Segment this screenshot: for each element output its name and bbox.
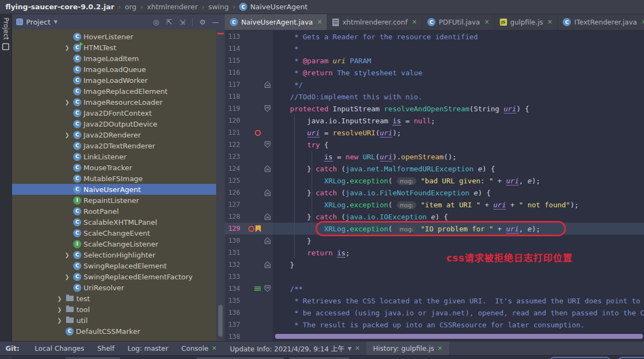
breadcrumb-item-org[interactable]: org <box>125 3 136 11</box>
fold-end-icon[interactable] <box>265 165 271 172</box>
bottom-tab-history[interactable]: History: gulpfile.js✕ <box>366 342 449 356</box>
tree-item-java2dtextrenderer[interactable]: CJava2DTextRenderer <box>12 140 216 151</box>
code-line-136: 136 * be accessed (using java.io or java… <box>225 307 644 319</box>
tab-close-icon[interactable]: ✕ <box>485 19 490 26</box>
tree-item-linklistener[interactable]: CLinkListener <box>12 151 216 162</box>
code-text: java.io.InputStream is = null; <box>273 117 644 125</box>
fold-end-icon[interactable] <box>265 261 271 268</box>
tab-NaiveUserAgent.java[interactable]: CNaiveUserAgent.java✕ <box>225 14 327 30</box>
fold-end-icon[interactable] <box>265 189 271 196</box>
breakpoint-icon[interactable] <box>248 226 254 232</box>
bottom-tab-shelf[interactable]: Shelf <box>91 342 121 356</box>
breakpoint-icon[interactable] <box>255 130 261 136</box>
hide-panel-icon[interactable]: — <box>211 17 220 27</box>
tree-item-scalechangeevent[interactable]: CScaleChangeEvent <box>12 228 216 238</box>
chevron-down-icon[interactable]: ▼ <box>53 19 57 25</box>
project-panel-title[interactable]: Project <box>26 18 50 26</box>
code-line-121: 121 uri = resolveURI(uri); <box>225 127 644 139</box>
tree-item-mousetracker[interactable]: CMouseTracker <box>12 162 216 173</box>
tree-item-imagereplacedelement[interactable]: CImageReplacedElement <box>12 86 216 97</box>
tab-close-icon[interactable]: ✕ <box>355 345 360 352</box>
fold-end-icon[interactable] <box>265 213 271 220</box>
tree-item-defaultcssmarker[interactable]: CDefaultCSSMarker <box>12 326 216 337</box>
fold-end-icon[interactable] <box>265 237 271 244</box>
fold-open-icon[interactable] <box>265 285 271 292</box>
fold-end-icon[interactable] <box>265 81 271 88</box>
settings-icon[interactable]: ⚙ <box>198 17 207 27</box>
tree-item-label: HTMLTest <box>84 44 116 52</box>
class-icon: C <box>230 18 238 26</box>
tree-item-scalechangelistener[interactable]: IScaleChangeListener <box>12 238 216 249</box>
line-number: 116 <box>225 69 240 76</box>
chevron-down-icon[interactable]: ▼ <box>348 346 351 351</box>
tree-item-tool[interactable]: ❯tool <box>12 304 216 315</box>
project-tool-window-icon[interactable] <box>2 43 9 50</box>
horizontal-scrollbar[interactable] <box>275 334 643 339</box>
fold-open-icon[interactable] <box>265 105 271 112</box>
tree-item-naiveuseragent[interactable]: CNaiveUserAgent <box>12 184 216 195</box>
breadcrumb-item-swing[interactable]: swing <box>208 3 229 11</box>
bottom-tab-update-info[interactable]: Update Info: 2021/4/29, 9:14 上午▼✕ <box>223 342 366 356</box>
tree-item-java2drenderer[interactable]: ❯CJava2DRenderer <box>12 129 216 140</box>
collapse-all-icon[interactable]: ⇲ <box>177 17 187 27</box>
fold-open-icon[interactable] <box>265 141 271 148</box>
project-tree-scrollbar[interactable] <box>216 29 225 341</box>
tree-item-repaintlistener[interactable]: IRepaintListener <box>12 195 216 206</box>
tree-item-swingreplacedelement[interactable]: CSwingReplacedElement <box>12 260 216 271</box>
tab-close-icon[interactable]: ✕ <box>641 19 644 26</box>
bottom-tab-console[interactable]: Console✕ <box>175 342 223 356</box>
tree-item-label: ImageResourceLoader <box>84 98 163 106</box>
breadcrumb-archive[interactable]: flying-saucer-core-9.0.2.jar <box>5 3 114 11</box>
tree-item-rootpanel[interactable]: CRootPanel <box>12 206 216 217</box>
tree-item-swingreplacedelementfactory[interactable]: ❯CSwingReplacedElementFactory <box>12 271 216 282</box>
tab-ITextRenderer.java[interactable]: CITextRenderer.java✕ <box>558 14 644 30</box>
expand-all-icon[interactable]: ⇱ <box>164 17 174 27</box>
tree-item-htmltest[interactable]: ❯CHTMLTest <box>12 42 216 53</box>
tree-item-selectionhighlighter[interactable]: ❯CSelectionHighlighter <box>12 249 216 260</box>
tree-item-imageloadqueue[interactable]: CImageLoadQueue <box>12 64 216 75</box>
locate-icon[interactable]: ◎ <box>151 17 161 27</box>
tab-gulpfile.js[interactable]: JSgulpfile.js✕ <box>495 14 558 30</box>
tree-item-imageresourceloader[interactable]: ❯CImageResourceLoader <box>12 97 216 107</box>
tree-item-uriresolver[interactable]: CUriResolver <box>12 282 216 293</box>
project-stripe-button[interactable]: Project <box>2 17 10 40</box>
tab-close-icon[interactable]: ✕ <box>437 345 442 352</box>
tree-item-mutablefsimage[interactable]: CMutableFSImage <box>12 173 216 184</box>
tree-item-hoverlistener[interactable]: CHoverListener <box>12 31 216 42</box>
tab-close-icon[interactable]: ✕ <box>412 19 417 26</box>
panel-button-peek[interactable] <box>618 357 644 359</box>
breadcrumb-item-xhtmlrenderer[interactable]: xhtmlrenderer <box>147 3 198 11</box>
chevron-right-icon[interactable]: ❯ <box>63 274 71 280</box>
tab-close-icon[interactable]: ✕ <box>317 19 322 26</box>
chevron-right-icon[interactable]: ❯ <box>56 296 63 302</box>
tree-item-scalablexhtmlpanel[interactable]: CScalableXHTMLPanel <box>12 217 216 228</box>
token-doc: * <box>273 69 303 77</box>
chevron-right-icon[interactable]: ❯ <box>63 45 71 51</box>
breadcrumb-item-class[interactable]: C NaiveUserAgent <box>239 3 307 11</box>
scrollbar-thumb[interactable] <box>218 305 223 337</box>
tree-item-imageloaditem[interactable]: CImageLoadItem <box>12 53 216 64</box>
tree-item-java2dfontcontext[interactable]: CJava2DFontContext <box>12 107 216 118</box>
tree-item-imageloadworker[interactable]: CImageLoadWorker <box>12 75 216 86</box>
token-plain: ( <box>375 153 380 161</box>
tab-close-icon[interactable]: ✕ <box>212 345 217 352</box>
tab-xhtmlrenderer.conf[interactable]: xhtmlrenderer.conf✕ <box>327 14 422 30</box>
folder-icon <box>66 296 74 301</box>
panel-button-peek[interactable] <box>550 357 610 359</box>
chevron-right-icon[interactable]: ❯ <box>63 99 71 105</box>
bottom-tab-log[interactable]: Log: master <box>121 342 175 356</box>
code-line-120: 120 java.io.InputStream is = null; <box>225 115 644 127</box>
chevron-right-icon[interactable]: ❯ <box>63 252 71 258</box>
tree-item-test[interactable]: ❯test <box>12 293 216 304</box>
tab-close-icon[interactable]: ✕ <box>547 19 552 26</box>
tree-item-java2doutputdevice[interactable]: CJava2DOutputDevice <box>12 118 216 129</box>
chevron-right-icon[interactable]: ❯ <box>56 307 63 313</box>
tree-item-util[interactable]: ❯util <box>12 315 216 326</box>
chevron-right-icon[interactable]: ❯ <box>63 132 71 138</box>
code-editor[interactable]: 113 * Gets a Reader for the resource ide… <box>225 31 644 341</box>
chevron-right-icon[interactable]: ❯ <box>56 318 63 324</box>
bottom-tab-local-changes[interactable]: Local Changes <box>28 342 91 356</box>
tab-PDFUtil.java[interactable]: CPDFUtil.java✕ <box>422 14 495 30</box>
tree-item-label: SelectionHighlighter <box>84 251 156 259</box>
bookmark-icon[interactable] <box>255 225 261 232</box>
